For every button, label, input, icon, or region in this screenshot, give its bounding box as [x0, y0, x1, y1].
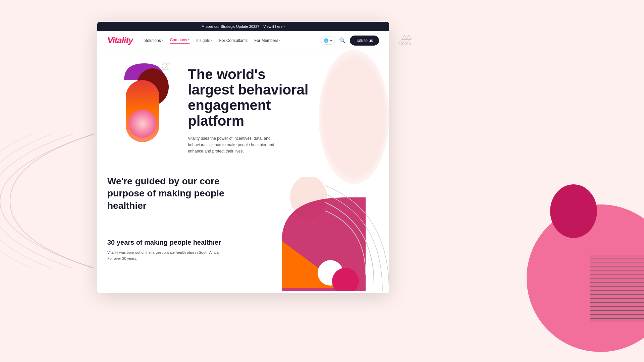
insights-chevron: ▾	[211, 39, 212, 42]
nav-members[interactable]: For Members ▾	[254, 38, 280, 43]
search-icon: 🔍	[339, 38, 346, 43]
core-purpose-heading: We're guided by our core purpose of maki…	[107, 175, 228, 212]
svg-marker-27	[164, 66, 168, 70]
nav-consultants[interactable]: For Consultants	[219, 38, 248, 43]
globe-button[interactable]: 🌐 ▾	[321, 37, 335, 45]
svg-marker-2	[399, 41, 403, 45]
globe-chevron: ▾	[330, 38, 332, 43]
hero-text: The world's largest behavioral engagemen…	[188, 63, 379, 155]
svg-marker-25	[166, 62, 170, 65]
hero-illustration	[107, 60, 181, 155]
main-content: The world's largest behavioral engagemen…	[97, 50, 389, 291]
nav-company[interactable]: Company ▾	[170, 38, 190, 44]
svg-point-6	[550, 184, 597, 238]
right-triangles-decoration	[399, 35, 426, 57]
nav-links: Solutions ▾ Company ▾ Insights ▾ For Con…	[144, 38, 313, 44]
right-quarter-circle	[278, 177, 389, 291]
svg-marker-24	[162, 62, 166, 65]
nav-right: 🌐 ▾ 🔍 Talk to us	[321, 36, 379, 46]
svg-marker-26	[161, 66, 164, 70]
svg-rect-7	[590, 255, 644, 322]
hero-section: The world's largest behavioral engagemen…	[107, 50, 379, 155]
members-chevron: ▾	[279, 39, 280, 42]
vitality-logo[interactable]: Vitality	[107, 35, 133, 46]
quarter-circle-graphic	[278, 177, 389, 291]
browser-window: Missed our Strategic Update 2022? View i…	[97, 22, 389, 293]
hero-subtext: Vitality uses the power of incentives, d…	[188, 135, 288, 155]
announcement-bar: Missed our Strategic Update 2022? View i…	[97, 22, 389, 31]
left-arc-decoration	[0, 134, 101, 268]
years-text: Vitality was born out of the largest pri…	[107, 250, 225, 261]
nav-solutions[interactable]: Solutions ▾	[144, 38, 163, 43]
announcement-text: Missed our Strategic Update 2022?	[202, 24, 259, 28]
search-button[interactable]: 🔍	[339, 37, 346, 44]
announcement-link[interactable]: View it here ›	[263, 24, 285, 28]
talk-to-us-button[interactable]: Talk to us	[350, 36, 379, 46]
globe-icon: 🌐	[324, 38, 329, 43]
hero-heading: The world's largest behavioral engagemen…	[188, 67, 379, 129]
solutions-chevron: ▾	[162, 39, 163, 42]
right-main-decoration	[493, 137, 644, 355]
nav-insights[interactable]: Insights ▾	[196, 38, 212, 43]
svg-point-30	[128, 110, 157, 138]
navbar: Vitality Solutions ▾ Company ▾ Insights …	[97, 31, 389, 50]
small-triangles-icon	[161, 62, 178, 75]
company-chevron: ▾	[188, 38, 190, 41]
